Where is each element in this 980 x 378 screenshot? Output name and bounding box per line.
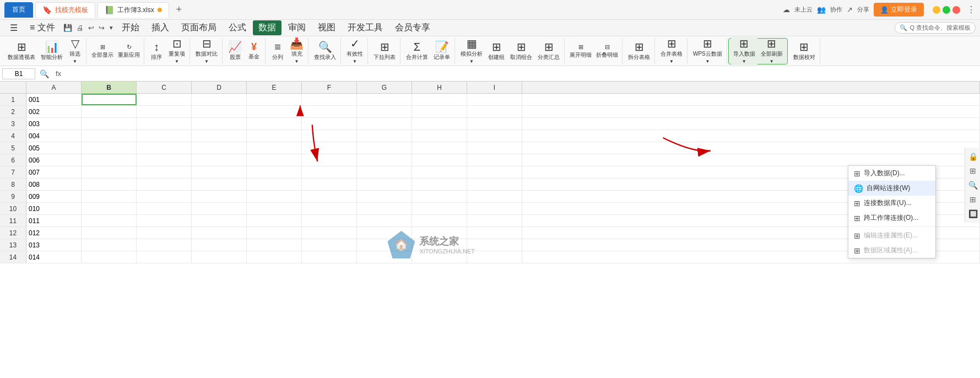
formula-expand-icon[interactable]: 🔍 — [37, 69, 51, 78]
cell-reference-input[interactable]: B1 — [2, 68, 35, 79]
cell-f12[interactable] — [302, 227, 357, 239]
cell-c9[interactable] — [137, 191, 192, 202]
cell-e10[interactable] — [247, 203, 302, 214]
cell-e8[interactable] — [247, 179, 302, 190]
cell-i3[interactable] — [467, 118, 522, 129]
cell-f4[interactable] — [302, 130, 357, 142]
cell-b6[interactable] — [82, 154, 137, 166]
cell-f8[interactable] — [302, 179, 357, 190]
refresh-all-btn[interactable]: ⊞ 全部刷新 ▼ — [759, 37, 785, 65]
cell-c10[interactable] — [137, 203, 192, 214]
cell-g7[interactable] — [357, 166, 412, 178]
sidebar-icon-1[interactable]: 🔒 — [966, 150, 979, 163]
cell-h5[interactable] — [412, 142, 467, 154]
cell-i11[interactable] — [467, 215, 522, 226]
reapply-btn[interactable]: ↻ 重新应用 — [116, 43, 142, 60]
cell-e4[interactable] — [247, 130, 302, 142]
col-header-g[interactable]: G — [357, 82, 412, 93]
data-compare-btn[interactable]: ⊟ 数据对比 ▼ — [193, 37, 220, 65]
cell-d7[interactable] — [192, 166, 247, 178]
cell-a7[interactable]: 007 — [26, 166, 82, 178]
merge-calc-btn[interactable]: Σ 合并计算 — [404, 40, 430, 62]
dropdown-list-btn[interactable]: ⊞ 下拉列表 — [371, 40, 398, 62]
record-btn[interactable]: 📝 记录单 — [431, 40, 452, 62]
cell-b11[interactable] — [82, 215, 137, 226]
table-row[interactable]: 8008 — [0, 179, 980, 191]
tab-home[interactable]: 首页 — [4, 2, 33, 18]
table-row[interactable]: 6006 — [0, 154, 980, 166]
minimize-button[interactable] — [933, 6, 940, 14]
cell-h8[interactable] — [412, 179, 467, 190]
split-table-btn[interactable]: ⊞ 拆分表格 — [626, 40, 652, 62]
cell-b9[interactable] — [82, 191, 137, 202]
cell-h2[interactable] — [412, 106, 467, 117]
cell-g10[interactable] — [357, 203, 412, 214]
add-tab-button[interactable]: + — [171, 2, 187, 18]
table-row[interactable]: 1001 — [0, 94, 980, 106]
cell-h9[interactable] — [412, 191, 467, 202]
table-row[interactable]: 12012 — [0, 227, 980, 239]
table-row[interactable]: 3003 — [0, 118, 980, 130]
cell-e14[interactable] — [247, 251, 302, 263]
cell-a1[interactable]: 001 — [26, 94, 82, 105]
collapse-btn[interactable]: ⊟ 折叠明细 — [594, 43, 620, 60]
menu-page-layout[interactable]: 页面布局 — [176, 20, 222, 36]
cell-h1[interactable] — [412, 94, 467, 105]
col-header-a[interactable]: A — [26, 82, 82, 93]
cell-e3[interactable] — [247, 118, 302, 129]
cell-f5[interactable] — [302, 142, 357, 154]
cell-c1[interactable] — [137, 94, 192, 105]
cell-a2[interactable]: 002 — [26, 106, 82, 117]
menu-view[interactable]: 视图 — [312, 20, 341, 36]
cell-a8[interactable]: 008 — [26, 179, 82, 190]
cell-b4[interactable] — [82, 130, 137, 142]
quick-dropdown[interactable]: ▼ — [107, 25, 115, 31]
close-button[interactable] — [952, 6, 960, 14]
col-header-h[interactable]: H — [412, 82, 467, 93]
dedupe-btn[interactable]: ⊡ 重复项 ▼ — [166, 37, 187, 65]
cell-c6[interactable] — [137, 154, 192, 166]
cell-i8[interactable] — [467, 179, 522, 190]
cell-a4[interactable]: 004 — [26, 130, 82, 142]
cell-i1[interactable] — [467, 94, 522, 105]
cell-d2[interactable] — [192, 106, 247, 117]
cell-c3[interactable] — [137, 118, 192, 129]
cell-d1[interactable] — [192, 94, 247, 105]
cell-h3[interactable] — [412, 118, 467, 129]
cell-g6[interactable] — [357, 154, 412, 166]
quick-redo[interactable]: ↪ — [97, 24, 106, 32]
table-row[interactable]: 9009 — [0, 191, 980, 203]
table-row[interactable]: 4004 — [0, 130, 980, 142]
cell-e5[interactable] — [247, 142, 302, 154]
cell-g3[interactable] — [357, 118, 412, 129]
menu-review[interactable]: 审阅 — [283, 20, 311, 36]
create-group-btn[interactable]: ⊞ 创建组 — [486, 40, 507, 62]
split-col-btn[interactable]: ≡ 分列 — [269, 40, 286, 62]
dropdown-web-connect[interactable]: 🌐 自网站连接(W) — [848, 181, 935, 196]
cell-f13[interactable] — [302, 239, 357, 251]
cell-h12[interactable] — [412, 227, 467, 239]
data-validate-btn[interactable]: ⊞ 数据校对 — [791, 40, 817, 62]
cell-c8[interactable] — [137, 179, 192, 190]
formula-input[interactable] — [66, 69, 978, 79]
merge-table-btn[interactable]: ⊞ 合并表格 ▼ — [658, 37, 685, 65]
sidebar-icon-2[interactable]: ⊞ — [966, 164, 979, 177]
cell-e9[interactable] — [247, 191, 302, 202]
cell-a6[interactable]: 006 — [26, 154, 82, 166]
cell-b1[interactable] — [82, 94, 137, 105]
quick-save[interactable]: 💾 — [62, 24, 74, 32]
quick-undo[interactable]: ↩ — [86, 24, 96, 32]
cell-h10[interactable] — [412, 203, 467, 214]
menu-file[interactable]: ≡ 文件 — [24, 20, 61, 36]
wps-cloud-btn[interactable]: ⊞ WPS云数据 ▼ — [691, 37, 724, 65]
cell-i9[interactable] — [467, 191, 522, 202]
cell-d9[interactable] — [192, 191, 247, 202]
menu-vip[interactable]: 会员专享 — [389, 20, 436, 36]
cell-f11[interactable] — [302, 215, 357, 226]
pivot-table-btn[interactable]: ⊞ 数据透视表 — [6, 40, 37, 62]
table-row[interactable]: 2002 — [0, 106, 980, 118]
cell-h4[interactable] — [412, 130, 467, 142]
cell-c2[interactable] — [137, 106, 192, 117]
cell-i14[interactable] — [467, 251, 522, 263]
sidebar-icon-4[interactable]: ⊞ — [966, 193, 979, 206]
